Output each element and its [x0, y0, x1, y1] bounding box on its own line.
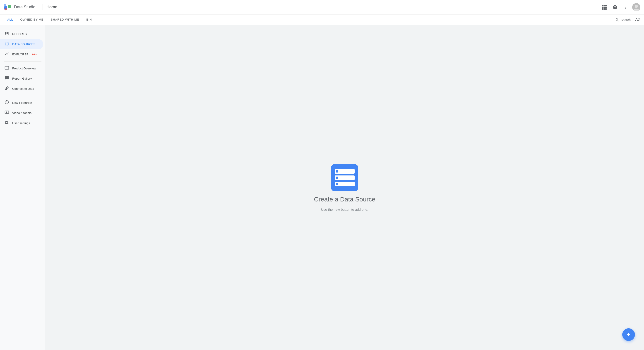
connect-to-data-label: Connect to Data — [12, 87, 34, 90]
new-features-icon — [4, 100, 9, 106]
tab-bin[interactable]: BIN — [83, 14, 95, 25]
svg-rect-1 — [4, 3, 6, 6]
report-gallery-icon — [4, 76, 9, 81]
explorer-label: EXPLORER — [12, 53, 28, 56]
add-data-source-fab[interactable]: + — [622, 328, 635, 341]
ds-row-1 — [335, 169, 354, 174]
tab-owned-by-me[interactable]: OWNED BY ME — [17, 14, 47, 25]
app-logo-icon — [4, 3, 12, 11]
ds-row-square-1 — [336, 170, 338, 173]
sidebar-item-explorer[interactable]: EXPLORER labs — [0, 49, 43, 59]
sidebar: REPORTS DATA SOURCES EXPLORER labs Produ… — [0, 25, 45, 350]
more-options-button[interactable] — [621, 3, 630, 12]
main-content: Create a Data Source Use the new button … — [45, 25, 644, 350]
sidebar-item-connect-to-data[interactable]: Connect to Data — [0, 84, 43, 94]
tabs-bar: ALL OWNED BY ME SHARED WITH ME BIN Searc… — [0, 14, 644, 25]
sidebar-item-new-features[interactable]: New Features! — [0, 98, 43, 108]
sidebar-item-report-gallery[interactable]: Report Gallery — [0, 73, 43, 84]
reports-icon — [4, 31, 9, 37]
svg-rect-2 — [8, 5, 11, 8]
sidebar-divider-2 — [4, 96, 42, 96]
sidebar-item-data-sources[interactable]: DATA SOURCES — [0, 39, 43, 49]
app-name: Data Studio — [14, 5, 35, 9]
waffle-menu-button[interactable] — [600, 3, 609, 12]
tab-shared-with-me[interactable]: SHARED WITH ME — [47, 14, 83, 25]
header-actions — [600, 3, 640, 12]
search-box[interactable]: Search — [615, 18, 631, 22]
app-header: Data Studio Home — [0, 0, 644, 14]
user-settings-label: User settings — [12, 121, 30, 125]
explorer-icon — [4, 51, 9, 57]
sidebar-item-video-tutorials[interactable]: Video tutorials — [0, 108, 43, 118]
sidebar-divider-1 — [4, 61, 42, 61]
tab-all[interactable]: ALL — [4, 14, 17, 25]
search-label: Search — [621, 18, 631, 22]
ds-row-square-2 — [336, 176, 338, 179]
video-tutorials-icon — [4, 110, 9, 116]
ds-row-2 — [335, 175, 354, 180]
ds-row-3 — [335, 182, 354, 186]
main-layout: REPORTS DATA SOURCES EXPLORER labs Produ… — [0, 25, 644, 350]
sort-az-button[interactable]: AZ — [635, 17, 640, 22]
user-settings-icon — [4, 120, 9, 126]
labs-badge: labs — [32, 53, 37, 56]
empty-state-subtitle: Use the new button to add one. — [321, 207, 368, 211]
help-button[interactable] — [610, 3, 620, 12]
search-icon — [615, 18, 619, 22]
reports-label: REPORTS — [12, 32, 27, 36]
svg-point-3 — [4, 8, 7, 10]
data-source-illustration — [331, 164, 358, 191]
product-overview-icon — [4, 66, 9, 71]
waffle-icon — [602, 5, 607, 10]
product-overview-label: Product Overview — [12, 67, 36, 70]
connect-to-data-icon — [4, 86, 9, 92]
report-gallery-label: Report Gallery — [12, 77, 32, 80]
data-sources-icon — [4, 41, 9, 47]
sidebar-item-product-overview[interactable]: Product Overview — [0, 63, 43, 73]
sidebar-item-user-settings[interactable]: User settings — [0, 118, 43, 128]
sidebar-item-reports[interactable]: REPORTS — [0, 29, 43, 39]
user-avatar[interactable] — [632, 3, 640, 11]
svg-point-5 — [635, 5, 638, 8]
tabs-search-area: Search AZ — [615, 17, 640, 22]
page-title: Home — [46, 5, 57, 9]
fab-plus-icon: + — [627, 331, 630, 338]
logo-area: Data Studio — [4, 3, 35, 11]
header-divider — [42, 4, 43, 10]
video-tutorials-label: Video tutorials — [12, 111, 32, 115]
empty-state: Create a Data Source Use the new button … — [314, 164, 376, 211]
ds-row-square-3 — [336, 183, 338, 185]
data-sources-label: DATA SOURCES — [12, 42, 35, 46]
new-features-label: New Features! — [12, 101, 32, 104]
empty-state-title: Create a Data Source — [314, 196, 376, 203]
